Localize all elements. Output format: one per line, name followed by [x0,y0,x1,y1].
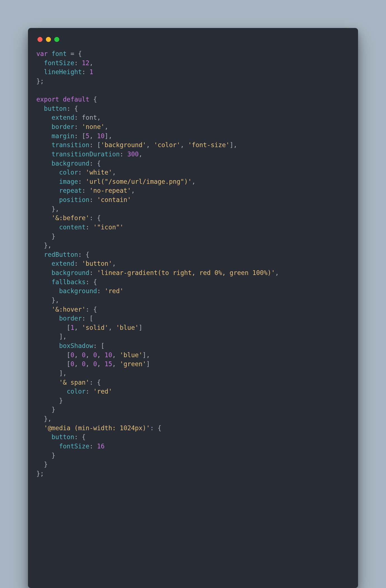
code-token: , [90,132,97,140]
code-token: , [131,187,135,194]
code-token [36,443,59,450]
code-token: [ [36,351,70,359]
code-token: , [86,351,93,359]
code-token: 1 [90,68,93,76]
code-token: : [82,68,90,76]
code-token: } [36,397,63,404]
code-token: 0 [82,360,86,368]
code-token: 15 [105,360,112,368]
code-token: '"icon"' [93,224,123,231]
code-token: lineHeight [44,68,82,76]
code-token [36,150,51,158]
code-token: : [74,59,82,67]
code-token: }, [36,297,59,304]
code-token: repeat [59,187,82,194]
code-token: : [ [90,141,101,149]
code-token: position [59,196,89,203]
code-token [36,105,44,112]
code-token: redButton [44,251,78,258]
code-token: 5 [86,132,90,140]
code-token: transition [51,141,89,149]
code-token: [ [36,360,70,368]
code-token: { [90,96,97,103]
code-token: 'background' [101,141,146,149]
traffic-light-close-icon[interactable] [37,37,43,42]
code-token: : [120,150,127,158]
code-token: fontSize [59,443,89,450]
code-token: border [51,123,74,130]
code-token: 0 [93,351,97,359]
code-token: [ [36,324,70,331]
code-token: 0 [70,360,74,368]
code-token: } [36,406,55,413]
code-token: 1 [70,324,74,331]
code-token: margin [51,132,74,140]
code-token: ], [36,333,67,340]
code-token [36,269,51,276]
code-token: }, [36,242,51,249]
code-token: : [ [82,315,93,322]
code-token: ], [105,132,112,140]
code-token: 10 [105,351,112,359]
code-token [36,315,59,322]
code-token: }; [36,77,44,85]
code-token: ] [146,360,150,368]
code-token [36,114,51,121]
code-token: = { [67,50,82,57]
code-token [36,224,59,231]
code-token: }; [36,470,44,477]
code-token: : { [90,379,101,386]
code-token: font [82,114,97,121]
code-token [36,160,51,167]
code-token [36,433,51,441]
code-token: '&:before' [51,214,89,222]
code-token [36,306,51,313]
code-token: , [146,141,154,149]
code-token: : { [67,105,78,112]
code-token: '&:hover' [51,306,86,313]
code-token: border [59,315,82,322]
code-token [36,123,51,130]
code-token: 'red' [93,388,112,395]
code-token: : { [74,433,86,441]
code-token: transitionDuration [51,150,120,158]
code-token: fontSize [44,59,74,67]
code-token: 'url("/some/url/image.png")' [86,178,192,185]
code-token: , [74,360,82,368]
code-token: }, [36,205,59,213]
code-token [36,59,44,67]
code-token [36,169,59,176]
code-token: , [139,150,143,158]
code-token: 300 [127,150,139,158]
code-token: 'no-repeat' [90,187,131,194]
code-token: : { [78,251,90,258]
code-token [36,68,44,76]
traffic-light-minimize-icon[interactable] [46,37,51,42]
code-block: var font = { fontSize: 12, lineHeight: 1… [36,49,350,478]
code-token: , [74,324,82,331]
code-token: 'white' [86,169,112,176]
code-token: 'button' [82,260,112,267]
code-token: : { [86,278,97,286]
code-token: 0 [93,360,97,368]
code-token: : [82,187,90,194]
code-token: 0 [82,351,86,359]
code-token: extend [51,114,74,121]
code-token: : [74,123,82,130]
code-token: extend [51,260,74,267]
code-window: var font = { fontSize: 12, lineHeight: 1… [28,28,358,588]
code-token: , [97,351,105,359]
code-token: , [112,351,120,359]
code-token: 'font-size' [188,141,230,149]
code-token [36,141,51,149]
code-token: color [67,388,86,395]
code-token: } [36,461,48,468]
code-token: : [78,169,86,176]
traffic-light-zoom-icon[interactable] [54,37,59,42]
code-token: , [86,360,93,368]
code-token: content [59,224,86,231]
code-token: boxShadow [59,342,93,349]
code-token: 'solid' [82,324,109,331]
window-titlebar [36,36,350,49]
code-token: , [74,351,82,359]
